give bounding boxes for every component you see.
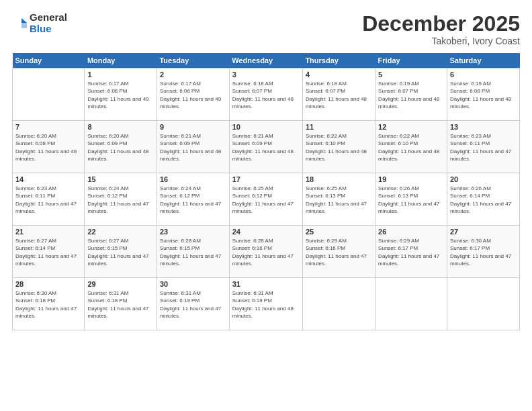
header: General Blue December 2025 Takoberi, Ivo…: [12, 12, 520, 46]
day-info: Sunrise: 6:25 AM Sunset: 6:12 PM Dayligh…: [232, 185, 300, 215]
day-info: Sunrise: 6:24 AM Sunset: 6:12 PM Dayligh…: [160, 185, 226, 215]
logo-text: General Blue: [30, 12, 67, 34]
day-number: 24: [232, 228, 300, 236]
day-cell: 21Sunrise: 6:27 AM Sunset: 6:14 PM Dayli…: [13, 226, 85, 278]
day-number: 6: [450, 71, 517, 79]
day-cell: 19Sunrise: 6:26 AM Sunset: 6:13 PM Dayli…: [375, 173, 447, 226]
day-cell: 31Sunrise: 6:31 AM Sunset: 6:19 PM Dayli…: [229, 278, 302, 330]
col-sunday: Sunday: [13, 53, 85, 68]
week-row-5: 28Sunrise: 6:30 AM Sunset: 6:18 PM Dayli…: [13, 278, 520, 330]
day-info: Sunrise: 6:21 AM Sunset: 6:09 PM Dayligh…: [160, 132, 226, 163]
day-number: 15: [87, 175, 154, 183]
day-number: 16: [160, 175, 226, 183]
day-info: Sunrise: 6:24 AM Sunset: 6:12 PM Dayligh…: [87, 185, 154, 215]
logo-general-text: General: [30, 12, 67, 24]
day-cell: 24Sunrise: 6:28 AM Sunset: 6:16 PM Dayli…: [229, 226, 302, 278]
day-info: Sunrise: 6:21 AM Sunset: 6:09 PM Dayligh…: [232, 132, 300, 163]
day-cell: 26Sunrise: 6:29 AM Sunset: 6:17 PM Dayli…: [375, 226, 447, 278]
day-number: 8: [87, 123, 154, 131]
col-saturday: Saturday: [447, 53, 519, 68]
day-info: Sunrise: 6:30 AM Sunset: 6:17 PM Dayligh…: [450, 237, 517, 267]
col-friday: Friday: [375, 53, 447, 68]
day-number: 26: [378, 228, 444, 236]
day-info: Sunrise: 6:30 AM Sunset: 6:18 PM Dayligh…: [15, 289, 81, 320]
day-cell: 10Sunrise: 6:21 AM Sunset: 6:09 PM Dayli…: [229, 121, 302, 173]
day-number: 12: [378, 123, 444, 131]
day-number: 22: [87, 228, 154, 236]
day-cell: 18Sunrise: 6:25 AM Sunset: 6:13 PM Dayli…: [302, 173, 375, 226]
day-cell: 17Sunrise: 6:25 AM Sunset: 6:12 PM Dayli…: [229, 173, 302, 226]
day-info: Sunrise: 6:23 AM Sunset: 6:11 PM Dayligh…: [450, 132, 517, 163]
day-info: Sunrise: 6:22 AM Sunset: 6:10 PM Dayligh…: [378, 132, 444, 163]
day-number: 2: [160, 71, 226, 79]
day-cell: 16Sunrise: 6:24 AM Sunset: 6:12 PM Dayli…: [157, 173, 229, 226]
day-number: 29: [87, 280, 154, 288]
day-cell: 13Sunrise: 6:23 AM Sunset: 6:11 PM Dayli…: [447, 121, 519, 173]
day-cell: [302, 278, 375, 330]
svg-marker-1: [21, 23, 27, 28]
day-cell: 11Sunrise: 6:22 AM Sunset: 6:10 PM Dayli…: [302, 121, 375, 173]
day-info: Sunrise: 6:31 AM Sunset: 6:19 PM Dayligh…: [232, 289, 300, 320]
day-number: 21: [15, 228, 81, 236]
day-number: 28: [15, 280, 81, 288]
day-info: Sunrise: 6:27 AM Sunset: 6:14 PM Dayligh…: [15, 237, 81, 267]
day-number: 27: [450, 228, 517, 236]
day-info: Sunrise: 6:20 AM Sunset: 6:08 PM Dayligh…: [15, 132, 81, 163]
calendar-table: Sunday Monday Tuesday Wednesday Thursday…: [12, 53, 520, 330]
day-info: Sunrise: 6:18 AM Sunset: 6:07 PM Dayligh…: [306, 80, 372, 110]
day-cell: 6Sunrise: 6:19 AM Sunset: 6:08 PM Daylig…: [447, 68, 519, 121]
day-cell: 30Sunrise: 6:31 AM Sunset: 6:19 PM Dayli…: [157, 278, 229, 330]
day-info: Sunrise: 6:26 AM Sunset: 6:13 PM Dayligh…: [378, 185, 444, 215]
col-monday: Monday: [85, 53, 157, 68]
day-cell: 22Sunrise: 6:27 AM Sunset: 6:15 PM Dayli…: [85, 226, 157, 278]
day-cell: [13, 68, 85, 121]
logo: General Blue: [12, 12, 67, 34]
day-cell: 12Sunrise: 6:22 AM Sunset: 6:10 PM Dayli…: [375, 121, 447, 173]
day-cell: 23Sunrise: 6:28 AM Sunset: 6:15 PM Dayli…: [157, 226, 229, 278]
day-number: 25: [306, 228, 372, 236]
week-row-3: 14Sunrise: 6:23 AM Sunset: 6:11 PM Dayli…: [13, 173, 520, 226]
day-cell: 4Sunrise: 6:18 AM Sunset: 6:07 PM Daylig…: [302, 68, 375, 121]
day-number: 5: [378, 71, 444, 79]
month-title: December 2025: [362, 12, 520, 36]
day-number: 4: [306, 71, 372, 79]
day-info: Sunrise: 6:22 AM Sunset: 6:10 PM Dayligh…: [306, 132, 372, 163]
day-info: Sunrise: 6:31 AM Sunset: 6:19 PM Dayligh…: [160, 289, 226, 320]
day-number: 9: [160, 123, 226, 131]
col-wednesday: Wednesday: [229, 53, 302, 68]
day-cell: 1Sunrise: 6:17 AM Sunset: 6:06 PM Daylig…: [85, 68, 157, 121]
day-cell: 8Sunrise: 6:20 AM Sunset: 6:09 PM Daylig…: [85, 121, 157, 173]
day-info: Sunrise: 6:17 AM Sunset: 6:06 PM Dayligh…: [87, 80, 154, 110]
day-info: Sunrise: 6:29 AM Sunset: 6:16 PM Dayligh…: [306, 237, 372, 267]
day-number: 11: [306, 123, 372, 131]
day-number: 10: [232, 123, 300, 131]
day-info: Sunrise: 6:19 AM Sunset: 6:08 PM Dayligh…: [450, 80, 517, 110]
calendar-page: General Blue December 2025 Takoberi, Ivo…: [0, 0, 532, 411]
day-number: 14: [15, 175, 81, 183]
day-number: 7: [15, 123, 81, 131]
day-cell: 9Sunrise: 6:21 AM Sunset: 6:09 PM Daylig…: [157, 121, 229, 173]
day-cell: 2Sunrise: 6:17 AM Sunset: 6:06 PM Daylig…: [157, 68, 229, 121]
day-cell: 20Sunrise: 6:26 AM Sunset: 6:14 PM Dayli…: [447, 173, 519, 226]
day-cell: 28Sunrise: 6:30 AM Sunset: 6:18 PM Dayli…: [13, 278, 85, 330]
day-cell: [447, 278, 519, 330]
day-info: Sunrise: 6:28 AM Sunset: 6:16 PM Dayligh…: [232, 237, 300, 267]
logo-icon: [12, 16, 27, 31]
col-tuesday: Tuesday: [157, 53, 229, 68]
week-row-1: 1Sunrise: 6:17 AM Sunset: 6:06 PM Daylig…: [13, 68, 520, 121]
day-cell: [375, 278, 447, 330]
day-number: 20: [450, 175, 517, 183]
day-number: 13: [450, 123, 517, 131]
svg-marker-0: [21, 18, 27, 23]
header-row: Sunday Monday Tuesday Wednesday Thursday…: [13, 53, 520, 68]
day-number: 1: [87, 71, 154, 79]
day-info: Sunrise: 6:31 AM Sunset: 6:18 PM Dayligh…: [87, 289, 154, 320]
day-number: 3: [232, 71, 300, 79]
day-number: 31: [232, 280, 300, 288]
day-info: Sunrise: 6:28 AM Sunset: 6:15 PM Dayligh…: [160, 237, 226, 267]
day-info: Sunrise: 6:26 AM Sunset: 6:14 PM Dayligh…: [450, 185, 517, 215]
col-thursday: Thursday: [302, 53, 375, 68]
day-cell: 5Sunrise: 6:19 AM Sunset: 6:07 PM Daylig…: [375, 68, 447, 121]
day-info: Sunrise: 6:25 AM Sunset: 6:13 PM Dayligh…: [306, 185, 372, 215]
logo-blue-text: Blue: [30, 24, 67, 35]
